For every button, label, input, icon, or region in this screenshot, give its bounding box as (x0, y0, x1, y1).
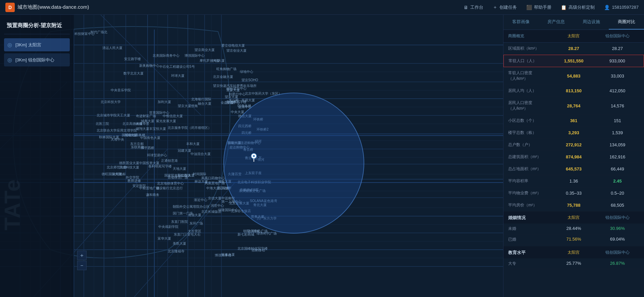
education-row-0: 大专 25.77% 26.87% (503, 258, 644, 269)
row-val1-11: 0.35–33 (552, 191, 595, 196)
sidebar-title: 预置商圈分析-望京附近 (4, 19, 70, 34)
nav-advanced[interactable]: 📋 高级分析定制 (561, 4, 595, 10)
row-label-5: 小区总数（个） (508, 118, 552, 123)
marriage-val1-1: 71.56% (552, 237, 595, 242)
topnav: 🖥 工作台 ＋ 创建任务 ⬛ 帮助手册 📋 高级分析定制 👤 158105972… (464, 4, 639, 10)
advanced-icon: 📋 (561, 5, 567, 10)
row-val1-4: 28,764 (552, 103, 595, 108)
nav-create-task[interactable]: ＋ 创建任务 (493, 4, 517, 10)
row-val2-8: 162,916 (596, 154, 639, 159)
overview-row-10: 平均容积率 1.36 2.45 (503, 175, 644, 187)
row-val1-10: 1.36 (552, 179, 595, 184)
svg-point-56 (253, 155, 255, 157)
row-val1-7: 272,912 (552, 142, 595, 147)
map-controls: ＋ － (77, 251, 87, 270)
right-panel: 客群画像 房产信息 周边设施 商圈对比 商圈概览 太阳宫 锐创国际中心 区域面积… (503, 15, 644, 297)
map-container[interactable]: TATe ＋ － 科技财富中心清运人民大厦北美国际商务中心中石化工程建设公司5号… (0, 15, 503, 297)
logo-icon: D (5, 3, 15, 12)
overview-row-6: 楼宇总数（栋） 3,293 1,539 (503, 127, 644, 139)
row-label-8: 总建筑面积（m²） (508, 154, 552, 160)
location-icon-1: ◎ (7, 42, 12, 48)
map-pin (251, 153, 257, 161)
row-val2-0: 28.27 (596, 46, 639, 51)
overview-row-2: 常驻人口密度（人/km²） 54,883 33,003 (503, 67, 644, 85)
overview-row-4: 居民人口密度（人/km²） 28,764 14,576 (503, 97, 644, 115)
row-label-1: 常驻人口（人） (508, 58, 552, 64)
row-val1-8: 874,984 (552, 154, 595, 159)
plus-icon: ＋ (493, 4, 497, 10)
row-val1-9: 645,573 (552, 166, 595, 171)
panel-content: 商圈概览 太阳宫 锐创国际中心 区域面积（km²） 28.27 28.27 常驻… (503, 30, 644, 269)
tab-compare[interactable]: 商圈对比 (609, 15, 644, 30)
nav-help[interactable]: ⬛ 帮助手册 (526, 4, 551, 10)
tab-property[interactable]: 房产信息 (539, 15, 574, 30)
sidebar-item-ruichuang-label: [3Km] 锐创国际中心 (15, 57, 54, 63)
overview-row-12: 平均房价（m²） 75,788 68,505 (503, 199, 644, 211)
row-label-6: 楼宇总数（栋） (508, 130, 552, 136)
education-rows: 大专 25.77% 26.87% (503, 258, 644, 269)
education-title: 教育水平 (508, 250, 552, 256)
tab-portrait[interactable]: 客群画像 (503, 15, 539, 30)
logo[interactable]: D 城市地图(www.data-dance.com) (5, 3, 89, 12)
overview-row-9: 总占地面积（m²） 645,573 66,449 (503, 163, 644, 175)
marriage-val2-1: 69.04% (596, 237, 639, 242)
row-label-9: 总占地面积（m²） (508, 166, 552, 172)
education-col1: 太阳宫 (552, 250, 595, 256)
marriage-col2: 锐创国际中心 (596, 215, 639, 221)
row-val1-5: 361 (552, 118, 595, 123)
row-label-3: 居民人均（人） (508, 88, 552, 94)
tab-nearby[interactable]: 周边设施 (574, 15, 609, 30)
nav-workbench-label: 工作台 (470, 4, 483, 10)
marriage-rows: 未婚 28.44% 30.96% 已婚 71.56% 69.04% (503, 224, 644, 245)
nav-create-task-label: 创建任务 (499, 4, 517, 10)
row-val2-6: 1,539 (596, 130, 639, 135)
education-val2-0: 26.87% (596, 261, 639, 266)
sidebar-item-taiyangong[interactable]: ◎ [3Km] 太阳宫 (4, 38, 70, 51)
overview-row-0: 区域面积（km²） 28.27 28.27 (503, 43, 644, 55)
zoom-out-button[interactable]: － (77, 261, 87, 270)
overview-row-7: 总户数（户） 272,912 134,059 (503, 139, 644, 151)
topbar: D 城市地图(www.data-dance.com) 🖥 工作台 ＋ 创建任务 … (0, 0, 644, 15)
sidebar-item-ruichuang[interactable]: ◎ [3Km] 锐创国际中心 (4, 53, 70, 66)
svg-line-28 (134, 183, 235, 297)
overview-col2: 锐创国际中心 (596, 33, 639, 39)
row-val2-3: 412,050 (596, 88, 639, 93)
marriage-row-1: 已婚 71.56% 69.04% (503, 234, 644, 245)
row-label-7: 总户数（户） (508, 142, 552, 148)
nav-advanced-label: 高级分析定制 (569, 4, 595, 10)
marriage-row-0: 未婚 28.44% 30.96% (503, 224, 644, 234)
marriage-label-0: 未婚 (508, 226, 552, 232)
row-label-10: 平均容积率 (508, 178, 552, 184)
row-label-2: 常驻人口密度（人/km²） (508, 70, 552, 82)
row-label-0: 区域面积（km²） (508, 46, 552, 51)
panel-tabs: 客群画像 房产信息 周边设施 商圈对比 (503, 15, 644, 30)
left-sidebar: 预置商圈分析-望京附近 ◎ [3Km] 太阳宫 ◎ [3Km] 锐创国际中心 (0, 15, 74, 297)
row-val1-1: 1,551,550 (552, 58, 596, 63)
row-val2-2: 33,003 (596, 73, 639, 79)
row-label-12: 平均房价（m²） (508, 202, 552, 208)
row-val2-5: 151 (596, 118, 639, 123)
workbench-icon: 🖥 (464, 5, 468, 10)
row-val1-12: 75,788 (552, 203, 595, 208)
marriage-title: 婚姻情况 (508, 215, 552, 221)
row-val1-2: 54,883 (552, 73, 595, 79)
nav-user-label: 15810597287 (612, 5, 639, 10)
row-val2-1: 933,000 (595, 58, 639, 63)
row-val1-3: 813,150 (552, 88, 595, 93)
row-val2-12: 68,505 (596, 203, 639, 208)
overview-row-5: 小区总数（个） 361 151 (503, 115, 644, 127)
row-val2-9: 66,449 (596, 166, 639, 171)
row-val1-0: 28.27 (552, 46, 595, 51)
overview-row-8: 总建筑面积（m²） 874,984 162,916 (503, 151, 644, 163)
nav-workbench[interactable]: 🖥 工作台 (464, 4, 483, 10)
user-icon: 👤 (604, 5, 610, 10)
overview-row-1: 常驻人口（人） 1,551,550 933,000 (503, 55, 644, 67)
help-icon: ⬛ (526, 5, 532, 10)
svg-line-27 (101, 15, 201, 115)
zoom-in-button[interactable]: ＋ (77, 251, 87, 260)
marriage-section-header: 婚姻情况 太阳宫 锐创国际中心 (503, 211, 644, 224)
nav-user[interactable]: 👤 15810597287 (604, 5, 639, 10)
marriage-val1-0: 28.44% (552, 226, 595, 232)
education-col2: 锐创国际中心 (596, 250, 639, 256)
overview-section-header: 商圈概览 太阳宫 锐创国际中心 (503, 30, 644, 43)
